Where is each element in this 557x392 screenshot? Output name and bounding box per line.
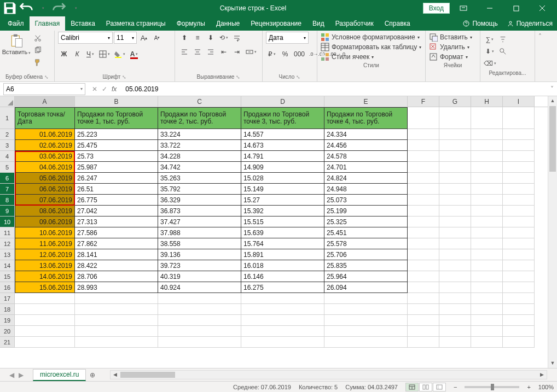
col-header-D[interactable]: D [241, 96, 324, 107]
cell[interactable] [158, 326, 241, 337]
cell[interactable]: 15.06.2019 [15, 282, 75, 293]
row-header[interactable]: 1 [0, 107, 15, 129]
cell[interactable] [471, 326, 503, 337]
find-select-icon[interactable] [497, 46, 509, 57]
cell[interactable] [503, 107, 535, 129]
cell[interactable] [324, 337, 408, 348]
tab-layout[interactable]: Разметка страницы [101, 16, 171, 31]
cell[interactable]: Продажи по Торговой точке 3, тыс. руб. [241, 107, 324, 129]
cell[interactable]: 25.578 [324, 238, 408, 249]
tab-help[interactable]: Справка [379, 16, 416, 31]
tell-me[interactable]: Помощь [458, 16, 502, 31]
cell[interactable] [439, 304, 471, 315]
cell[interactable] [439, 206, 471, 217]
cell[interactable] [471, 315, 503, 326]
cell[interactable] [408, 260, 439, 271]
cell[interactable]: 01.06.2019 [15, 129, 75, 140]
close-icon[interactable] [530, 1, 555, 16]
cell[interactable] [503, 195, 535, 206]
cell[interactable] [408, 337, 439, 348]
cell[interactable] [439, 227, 471, 238]
cell[interactable]: 25.073 [324, 195, 408, 206]
cell[interactable] [503, 326, 535, 337]
cell[interactable]: 24.334 [324, 129, 408, 140]
align-center-icon[interactable] [192, 46, 204, 58]
view-page-break-icon[interactable] [433, 383, 446, 391]
cell[interactable] [439, 249, 471, 260]
collapse-ribbon-icon[interactable]: ˄ [535, 31, 545, 81]
number-launcher-icon[interactable]: ⤡ [296, 74, 300, 80]
qat-customize[interactable] [68, 2, 83, 15]
cell[interactable] [471, 107, 503, 129]
cancel-formula-icon[interactable]: ✕ [92, 85, 97, 93]
cell[interactable]: 25.73 [75, 151, 158, 162]
row-header[interactable]: 12 [0, 238, 15, 249]
cell[interactable] [503, 129, 535, 140]
cell[interactable]: 15.891 [241, 249, 324, 260]
row-header[interactable]: 4 [0, 151, 15, 162]
undo-icon[interactable] [19, 2, 34, 15]
row-header[interactable]: 18 [0, 304, 15, 315]
sheet-tab[interactable]: microexcel.ru [33, 369, 86, 381]
cell[interactable]: 02.06.2019 [15, 140, 75, 151]
cell[interactable] [471, 184, 503, 195]
cell[interactable]: 14.909 [241, 162, 324, 173]
ribbon-options-icon[interactable] [451, 1, 476, 16]
cut-icon[interactable] [32, 33, 44, 44]
row-header[interactable]: 13 [0, 249, 15, 260]
align-left-icon[interactable] [178, 46, 190, 58]
number-format-select[interactable]: Дата▾ [266, 32, 309, 44]
cell[interactable] [75, 337, 158, 348]
cell[interactable]: 15.515 [241, 217, 324, 227]
cell[interactable]: 36.329 [158, 195, 241, 206]
cell[interactable] [439, 151, 471, 162]
tab-view[interactable]: Вид [307, 16, 330, 31]
cell[interactable] [75, 304, 158, 315]
cell[interactable] [408, 173, 439, 184]
tab-insert[interactable]: Вставка [65, 16, 101, 31]
tab-developer[interactable]: Разработчик [330, 16, 379, 31]
cell[interactable]: 24.948 [324, 184, 408, 195]
cell[interactable] [15, 315, 75, 326]
save-icon[interactable] [2, 2, 18, 15]
cell[interactable] [408, 195, 439, 206]
cell[interactable]: 13.06.2019 [15, 260, 75, 271]
cell[interactable]: 35.263 [158, 173, 241, 184]
cell[interactable] [324, 326, 408, 337]
cell[interactable]: 09.06.2019 [15, 217, 75, 227]
cell[interactable]: 25.199 [324, 206, 408, 217]
cell[interactable]: 28.141 [75, 249, 158, 260]
col-header-B[interactable]: B [75, 96, 158, 107]
cell[interactable] [241, 337, 324, 348]
cell[interactable] [503, 162, 535, 173]
cell[interactable]: 14.791 [241, 151, 324, 162]
cell[interactable]: 07.06.2019 [15, 195, 75, 206]
currency-icon[interactable]: ₽ [266, 48, 278, 60]
cell[interactable]: Продажи по Торговой точке 4, тыс. руб. [324, 107, 408, 129]
cell[interactable] [408, 315, 439, 326]
cell[interactable]: 25.987 [75, 162, 158, 173]
align-bottom-icon[interactable]: ⬇ [205, 32, 217, 44]
font-name-select[interactable]: Calibri▾ [58, 32, 113, 44]
autosum-icon[interactable]: ∑ [484, 34, 496, 45]
cell[interactable]: 26.247 [75, 173, 158, 184]
cell[interactable] [471, 129, 503, 140]
cell[interactable]: 28.706 [75, 271, 158, 282]
cell[interactable] [439, 217, 471, 227]
orientation-icon[interactable]: ⟲ [218, 32, 230, 44]
cell[interactable]: 27.313 [75, 217, 158, 227]
row-header[interactable]: 3 [0, 140, 15, 151]
italic-button[interactable]: К [71, 48, 83, 60]
tab-formulas[interactable]: Формулы [171, 16, 211, 31]
cell[interactable]: 39.723 [158, 260, 241, 271]
cell[interactable]: 40.924 [158, 282, 241, 293]
cell[interactable] [75, 293, 158, 304]
col-header-E[interactable]: E [324, 96, 408, 107]
cell[interactable] [503, 271, 535, 282]
cell[interactable] [439, 140, 471, 151]
cell[interactable] [408, 304, 439, 315]
cell[interactable]: 34.228 [158, 151, 241, 162]
cell[interactable]: 33.224 [158, 129, 241, 140]
row-header[interactable]: 10 [0, 217, 15, 227]
row-header[interactable]: 15 [0, 271, 15, 282]
